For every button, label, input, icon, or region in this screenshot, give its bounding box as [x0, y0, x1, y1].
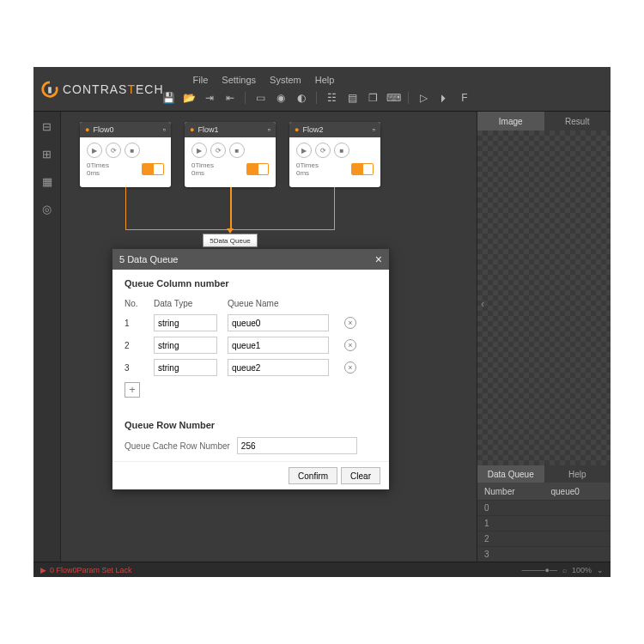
chevron-down-icon[interactable]: ⌄ — [597, 566, 604, 574]
menu-help[interactable]: Help — [315, 75, 335, 85]
section-col-number: Queue Column number — [125, 278, 377, 289]
flow-canvas[interactable]: ●Flow0▫ ▶ ⟳ ■ 0Times0ms ●Flow1▫ ▶ ⟳ ■ — [61, 112, 477, 562]
app-window: CONTRASTECH File Settings System Help 💾 … — [33, 67, 611, 577]
flow-toggle[interactable] — [142, 163, 164, 175]
clear-button[interactable]: Clear — [341, 467, 380, 484]
name-input[interactable] — [228, 314, 329, 331]
name-input[interactable] — [228, 337, 329, 354]
module-icon[interactable]: ▦ — [39, 173, 55, 189]
func-icon[interactable]: F — [457, 91, 472, 105]
brand-pre: CONTRAS — [63, 82, 127, 96]
play-once-icon[interactable]: ▶ — [87, 143, 102, 158]
capture-icon[interactable]: ◎ — [39, 201, 55, 216]
dt-row: 0 — [477, 500, 611, 515]
section-row-number: Queue Row Number — [125, 420, 377, 430]
dt-row: 3 — [477, 546, 611, 562]
tab-image[interactable]: Image — [477, 112, 544, 131]
close-icon[interactable]: × — [375, 252, 382, 266]
tab-data-queue[interactable]: Data Queue — [477, 465, 544, 483]
copy-icon[interactable]: ❐ — [365, 91, 380, 105]
contrast-icon[interactable]: ◐ — [294, 91, 309, 105]
expand-icon[interactable]: ▫ — [163, 125, 166, 134]
playall-icon[interactable]: ⏵ — [436, 91, 452, 105]
var-icon[interactable]: ▤ — [344, 91, 360, 105]
layout-icon[interactable]: ☷ — [324, 91, 339, 105]
header: CONTRASTECH File Settings System Help 💾 … — [33, 67, 611, 112]
code-icon[interactable]: ⌨ — [386, 91, 401, 105]
menu-file[interactable]: File — [193, 75, 209, 85]
cache-label: Queue Cache Row Number — [125, 441, 230, 451]
play-icon[interactable]: ▷ — [416, 91, 431, 105]
search-icon[interactable]: ⌕ — [562, 566, 567, 574]
flow-toggle[interactable] — [246, 163, 269, 175]
right-panel: Image Result ‹ Data Queue Help Number qu… — [477, 112, 611, 562]
toolbar: 💾 📂 ⇥ ⇤ ▭ ◉ ◐ ☷ ▤ ❐ ⌨ ▷ ⏵ F — [161, 91, 472, 105]
main-body: ⊟ ⊞ ▦ ◎ ●Flow0▫ ▶ ⟳ ■ 0Times0ms ●Flow1▫ — [33, 112, 611, 562]
brand-post: ECH — [136, 82, 164, 96]
data-queue-dialog: 5 Data Queue × Queue Column number No. D… — [112, 249, 389, 489]
expand-icon[interactable]: ▫ — [268, 125, 270, 134]
type-input[interactable] — [154, 337, 217, 354]
logo: CONTRASTECH — [40, 80, 164, 99]
error-icon: ▶ — [40, 566, 46, 574]
flow-card-2[interactable]: ●Flow2▫ ▶ ⟳ ■ 0Times0ms — [289, 122, 380, 187]
camera-icon[interactable]: ◉ — [273, 91, 289, 105]
menu-system[interactable]: System — [270, 75, 301, 85]
flow-name: Flow0 — [93, 125, 113, 134]
table-row: 2 × — [125, 334, 377, 356]
zoom-slider[interactable]: ———●— — [522, 566, 557, 574]
flow-toggle[interactable] — [351, 163, 374, 175]
export-icon[interactable]: ⇤ — [222, 91, 238, 105]
data-queue-node[interactable]: 5Data Queue — [203, 234, 258, 247]
delete-icon[interactable]: × — [344, 339, 356, 351]
name-input[interactable] — [228, 359, 329, 376]
delete-icon[interactable]: × — [344, 317, 356, 329]
sidebar-left: ⊟ ⊞ ▦ ◎ — [33, 112, 61, 562]
import-icon[interactable]: ⇥ — [202, 91, 217, 105]
network-icon[interactable]: ⊞ — [39, 146, 55, 161]
tab-result[interactable]: Result — [544, 112, 611, 131]
play-loop-icon[interactable]: ⟳ — [315, 143, 331, 158]
confirm-button[interactable]: Confirm — [289, 467, 337, 484]
table-header: No. Data Type Queue Name — [125, 295, 377, 312]
open-icon[interactable]: 📂 — [181, 91, 197, 105]
dialog-titlebar[interactable]: 5 Data Queue × — [112, 249, 389, 270]
chevron-left-icon[interactable]: ‹ — [481, 298, 484, 310]
table-row: 1 × — [125, 312, 377, 334]
zoom-level: 100% — [572, 566, 592, 574]
tree-icon[interactable]: ⊟ — [39, 118, 55, 134]
flow-name: Flow1 — [197, 125, 218, 134]
stop-icon[interactable]: ■ — [229, 143, 245, 158]
menu-settings[interactable]: Settings — [222, 75, 256, 85]
delete-icon[interactable]: × — [344, 361, 356, 374]
type-input[interactable] — [154, 359, 217, 376]
flow-name: Flow2 — [302, 125, 323, 134]
status-error: 0 Flow0Param Set Lack — [50, 566, 132, 574]
svg-rect-0 — [48, 87, 52, 93]
dt-row: 2 — [477, 531, 611, 546]
logo-icon — [40, 80, 59, 99]
flow-card-1[interactable]: ●Flow1▫ ▶ ⟳ ■ 0Times0ms — [185, 122, 276, 187]
save-icon[interactable]: 💾 — [161, 91, 176, 105]
dialog-title: 5 Data Queue — [119, 254, 179, 264]
connection-wire — [230, 187, 335, 230]
expand-icon[interactable]: ▫ — [373, 125, 375, 134]
table-row: 3 × — [125, 356, 377, 379]
connection-wire — [125, 187, 230, 230]
play-once-icon[interactable]: ▶ — [296, 143, 312, 158]
col-queue0: queue0 — [544, 487, 611, 496]
stop-icon[interactable]: ■ — [334, 143, 349, 158]
statusbar: ▶ 0 Flow0Param Set Lack ———●— ⌕ 100% ⌄ — [33, 562, 611, 577]
window-icon[interactable]: ▭ — [252, 91, 268, 105]
tab-help[interactable]: Help — [544, 465, 611, 483]
play-once-icon[interactable]: ▶ — [191, 143, 207, 158]
flow-card-0[interactable]: ●Flow0▫ ▶ ⟳ ■ 0Times0ms — [80, 122, 171, 187]
type-input[interactable] — [154, 314, 217, 331]
stop-icon[interactable]: ■ — [125, 143, 140, 158]
play-loop-icon[interactable]: ⟳ — [106, 143, 121, 158]
dt-row: 1 — [477, 515, 611, 531]
add-row-button[interactable]: + — [125, 382, 140, 398]
cache-input[interactable] — [237, 437, 357, 454]
image-preview[interactable]: ‹ — [477, 131, 611, 465]
play-loop-icon[interactable]: ⟳ — [210, 143, 226, 158]
